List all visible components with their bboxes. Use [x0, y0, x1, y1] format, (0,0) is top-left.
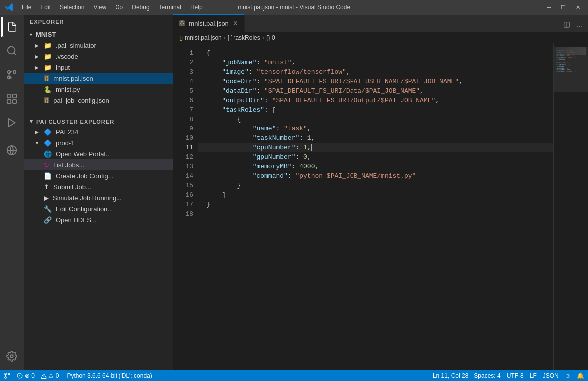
- status-branch[interactable]: [4, 372, 11, 380]
- menu-debug[interactable]: Debug: [128, 3, 153, 12]
- tree-root-mnist[interactable]: ▾ MNIST: [24, 29, 173, 40]
- menu-file[interactable]: File: [18, 3, 35, 12]
- minimap: { "jobName": "mnist", "image": "tensorfl…: [553, 43, 588, 370]
- tree-item-vscode[interactable]: ▶ 📁 .vscode: [24, 51, 173, 62]
- indent-4: [206, 77, 222, 86]
- tab-close-button[interactable]: ✕: [233, 19, 238, 27]
- val-name: "task": [284, 124, 307, 133]
- line-num-9: 9: [173, 124, 193, 133]
- status-language[interactable]: JSON: [543, 372, 559, 379]
- settings-activity-item[interactable]: [2, 346, 22, 366]
- status-right: Ln 11, Col 28 Spaces: 4 UTF-8 LF JSON ☺ …: [433, 372, 584, 379]
- label-create-job-config: Create Job Config...: [56, 172, 173, 180]
- search-activity-item[interactable]: [2, 41, 22, 61]
- status-spaces[interactable]: Spaces: 4: [474, 372, 500, 379]
- indent-14: [206, 171, 253, 181]
- line-num-8: 8: [173, 115, 193, 124]
- line-num-14: 14: [173, 171, 193, 181]
- indent-2: [206, 58, 222, 67]
- code-editor[interactable]: { "jobName": "mnist", "image": "tensorfl…: [198, 43, 553, 370]
- label-pai-sim: .pai_simulator: [56, 42, 173, 49]
- svg-point-12: [5, 377, 7, 379]
- tree-item-pai-job-config[interactable]: ▶ {} pai_job_config.json: [24, 95, 173, 106]
- key-image: "image": [222, 67, 249, 77]
- close-button[interactable]: ✕: [573, 3, 583, 12]
- tree-item-open-hdfs[interactable]: 🔗 Open HDFS...: [24, 214, 173, 225]
- python-icon-mnist: 🐍: [44, 86, 52, 93]
- breadcrumb-zero[interactable]: {} 0: [266, 34, 275, 41]
- val-codeDir: "$PAI_DEFAULT_FS_URI/$PAI_USER_NAME/$PAI…: [264, 77, 459, 86]
- code-line-3: "image": "tensorflow/tensorflow",: [198, 67, 553, 77]
- tree-item-open-web-portal[interactable]: 🌐 Open Web Portal...: [24, 148, 173, 159]
- code-line-12: "gpuNumber": 0,: [198, 152, 553, 162]
- more-actions-button[interactable]: ···: [574, 20, 584, 32]
- menu-edit[interactable]: Edit: [36, 3, 55, 12]
- status-python[interactable]: Python 3.6.6 64-bit ('DL': conda): [67, 372, 152, 379]
- label-open-web-portal: Open Web Portal...: [56, 150, 173, 158]
- pai-cluster-header[interactable]: ▾ PAI CLUSTER EXPLORER: [24, 116, 173, 127]
- minimize-button[interactable]: ─: [544, 3, 554, 12]
- bracket-open-7: [: [272, 105, 276, 115]
- status-bell[interactable]: 🔔: [577, 372, 584, 379]
- indent-11: [206, 143, 253, 152]
- tab-mnist-pai-json[interactable]: {} mnist.pai.json ✕: [173, 14, 245, 32]
- line-num-2: 2: [173, 58, 193, 67]
- extensions-activity-item[interactable]: [2, 89, 22, 109]
- breadcrumb-filename[interactable]: {} mnist.pai.json: [179, 34, 222, 41]
- status-position[interactable]: Ln 11, Col 28: [433, 372, 468, 379]
- explorer-activity-item[interactable]: [2, 17, 22, 37]
- tree-item-create-job-config[interactable]: 📄 Create Job Config...: [24, 170, 173, 181]
- line-num-4: 4: [173, 77, 193, 86]
- status-line-ending[interactable]: LF: [530, 372, 537, 379]
- maximize-button[interactable]: ☐: [558, 3, 569, 12]
- remote-activity-item[interactable]: [2, 140, 22, 160]
- menu-view[interactable]: View: [89, 3, 110, 12]
- line-num-6: 6: [173, 96, 193, 105]
- menu-selection[interactable]: Selection: [56, 3, 88, 12]
- git-activity-item[interactable]: [2, 65, 22, 85]
- code-line-9: "name": "task",: [198, 124, 553, 133]
- key-outputDir: "outputDir": [222, 96, 264, 105]
- tree-item-edit-config[interactable]: 🔧 Edit Configuration...: [24, 203, 173, 214]
- code-line-17: }: [198, 200, 553, 209]
- breadcrumb-task-roles[interactable]: [ ] taskRoles: [228, 34, 260, 41]
- status-smiley[interactable]: ☺: [565, 372, 571, 379]
- tree-item-submit-job[interactable]: ⬆ Submit Job...: [24, 181, 173, 192]
- tree-item-simulate-job[interactable]: ▶ Simulate Job Running...: [24, 192, 173, 203]
- label-edit-config: Edit Configuration...: [56, 205, 173, 213]
- label-submit-job: Submit Job...: [53, 183, 173, 191]
- status-errors[interactable]: ⊗ 0: [17, 372, 35, 379]
- breadcrumb-file: mnist.pai.json: [185, 34, 221, 41]
- menu-go[interactable]: Go: [111, 3, 127, 12]
- svg-rect-4: [7, 94, 11, 98]
- indent-13: [206, 162, 253, 171]
- line-num-11: 11: [173, 143, 193, 152]
- tree-item-pai-simulator[interactable]: ▶ 📁 .pai_simulator: [24, 40, 173, 51]
- tree-item-input[interactable]: ▶ 📁 input: [24, 62, 173, 73]
- val-jobName: "mnist": [264, 58, 292, 67]
- tab-label: mnist.pai.json: [189, 20, 228, 27]
- status-warnings[interactable]: ⚠ 0: [41, 372, 59, 379]
- arrow-vscode: ▶: [34, 54, 40, 59]
- menu-terminal[interactable]: Terminal: [155, 3, 185, 12]
- indent-8: [206, 115, 237, 124]
- debug-activity-item[interactable]: [2, 113, 22, 132]
- tree-item-prod1[interactable]: ▾ 🔷 prod-1: [24, 137, 173, 148]
- tree-item-mnist-py[interactable]: ▶ 🐍 mnist.py: [24, 84, 173, 95]
- svg-point-0: [8, 47, 15, 54]
- tree-item-mnist-pai-json[interactable]: ▶ {} mnist.pai.json: [24, 73, 173, 84]
- key-cpuNumber: "cpuNumber": [253, 143, 296, 152]
- arrow-pai-sim: ▶: [34, 43, 40, 48]
- line-num-1: 1: [173, 48, 193, 58]
- key-codeDir: "codeDir": [222, 77, 256, 86]
- indent-3: [206, 67, 222, 77]
- indent-5: [206, 86, 222, 96]
- editor-content: 1 2 3 4 5 6 7 8 9 10 11 12 13 14 15 16 1…: [173, 43, 588, 370]
- menu-help[interactable]: Help: [186, 3, 207, 12]
- bracket-close-16: ]: [222, 190, 226, 200]
- tree-item-pai234[interactable]: ▶ 🔷 PAI 234: [24, 127, 173, 137]
- tree-item-list-jobs[interactable]: ↻ List Jobs...: [24, 159, 173, 170]
- line-numbers: 1 2 3 4 5 6 7 8 9 10 11 12 13 14 15 16 1…: [173, 43, 198, 370]
- status-encoding[interactable]: UTF-8: [507, 372, 524, 379]
- split-editor-button[interactable]: [561, 19, 572, 32]
